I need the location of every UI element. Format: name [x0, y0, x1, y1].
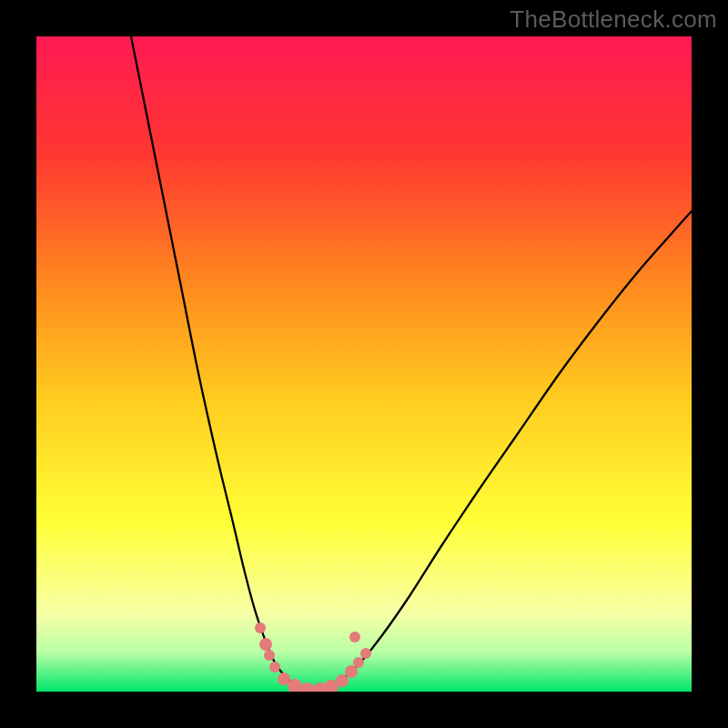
marker-point	[259, 638, 272, 651]
curve-right-branch	[314, 211, 692, 691]
marker-group	[255, 622, 371, 692]
watermark-text: TheBottleneck.com	[510, 5, 717, 34]
marker-point	[360, 648, 371, 659]
marker-point	[300, 682, 315, 692]
marker-point	[269, 662, 280, 672]
curve-layer	[36, 36, 692, 692]
marker-point	[349, 632, 360, 642]
marker-point	[255, 622, 266, 633]
chart-stage: TheBottleneck.com	[0, 0, 728, 728]
marker-point	[264, 650, 275, 661]
marker-point	[353, 657, 364, 668]
marker-point	[336, 674, 349, 687]
series-group	[131, 36, 692, 691]
plot-area	[36, 36, 692, 692]
curve-left-branch	[131, 36, 314, 691]
